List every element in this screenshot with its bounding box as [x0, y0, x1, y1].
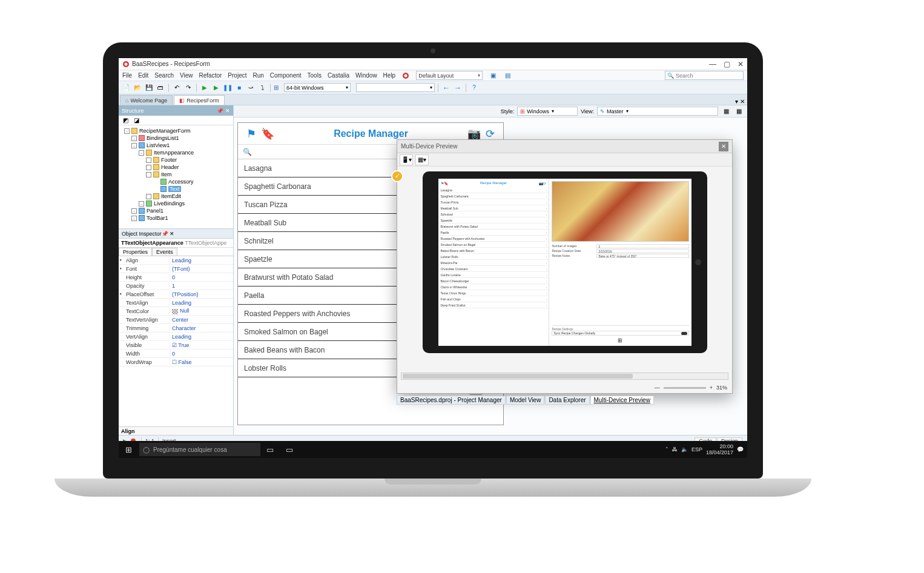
tray-vol-icon[interactable]: 🔈	[681, 446, 688, 452]
preview-window[interactable]: Multi-Device Preview ✕ 📱▾ ▦▾ ⚑🔖Recipe Ma…	[397, 139, 733, 394]
property-row[interactable]: TextAlignLeading	[119, 299, 233, 307]
menu-help[interactable]: Help	[383, 72, 396, 79]
preview-close-button[interactable]: ✕	[719, 142, 728, 151]
property-row[interactable]: Height0	[119, 273, 233, 282]
property-row[interactable]: Width0	[119, 349, 233, 358]
style-combo[interactable]: ⊞Windows	[517, 107, 578, 116]
tray-clock[interactable]: 20:0018/04/2017	[706, 443, 733, 455]
tray-net-icon[interactable]: 🖧	[672, 446, 678, 452]
menu-refactor[interactable]: Refactor	[199, 72, 222, 79]
tray-lang[interactable]: ESP	[691, 446, 702, 452]
menu-castalia[interactable]: Castalia	[328, 72, 349, 79]
property-row[interactable]: TrimmingCharacter	[119, 324, 233, 333]
minimize-button[interactable]: —	[709, 60, 716, 68]
property-row[interactable]: WordWrap☐ False	[119, 358, 233, 366]
menu-file[interactable]: File	[122, 72, 132, 79]
menu-search[interactable]: Search	[154, 72, 174, 79]
open-icon[interactable]: 📂	[133, 83, 142, 93]
saveall-icon[interactable]: 🗃	[156, 83, 165, 93]
property-row[interactable]: Font(TFont)	[119, 265, 233, 273]
tab-data-explorer[interactable]: Data Explorer	[545, 396, 589, 405]
property-row[interactable]: TextColorNull	[119, 307, 233, 316]
preview-device-btn[interactable]: 📱▾	[400, 154, 413, 165]
redo-icon[interactable]: ↷	[183, 83, 193, 93]
cortana-search[interactable]: ◯ Pregúntame cualquier cosa	[139, 443, 260, 456]
new-icon[interactable]: 📄	[121, 83, 131, 93]
menu-view[interactable]: View	[180, 72, 193, 79]
tab-properties[interactable]: Properties	[119, 248, 152, 256]
tab-close-icon[interactable]: ▾ ✕	[733, 98, 747, 105]
menu-edit[interactable]: Edit	[138, 72, 148, 79]
property-row[interactable]: Opacity1	[119, 282, 233, 290]
start-button[interactable]: ⊞	[119, 441, 138, 458]
undo-icon[interactable]: ↶	[172, 83, 182, 93]
tree-node[interactable]: -RecipeManagerForm	[120, 127, 232, 134]
tree-node[interactable]: Item	[120, 171, 232, 178]
menu-component[interactable]: Component	[270, 72, 302, 79]
view-btn2[interactable]: ▦	[734, 107, 744, 116]
tab-multi-device[interactable]: Multi-Device Preview	[590, 396, 654, 405]
tab-form[interactable]: ◧RecipesForm	[174, 95, 225, 105]
property-row[interactable]: VertAlignLeading	[119, 333, 233, 341]
menu-run[interactable]: Run	[252, 72, 263, 79]
tree-node[interactable]: -ItemAppearance	[120, 149, 232, 156]
tray-notif-icon[interactable]: 💬	[737, 446, 744, 452]
property-row[interactable]: AlignLeading	[119, 256, 233, 265]
property-row[interactable]: Visible☑ True	[119, 341, 233, 349]
tree-node[interactable]: Accessory	[120, 178, 232, 185]
struct-btn1[interactable]: ◩	[120, 116, 130, 125]
preview-zoom[interactable]: —+31%	[655, 385, 727, 391]
tree-node[interactable]: Text	[120, 185, 232, 193]
step-over-icon[interactable]: ⤻	[246, 83, 256, 93]
layout-combo[interactable]: Default Layout	[416, 71, 483, 80]
tree-node[interactable]: -BindingsList1	[120, 134, 232, 142]
tree-node[interactable]: Footer	[120, 156, 232, 164]
property-row[interactable]: TextVertAlignCenter	[119, 316, 233, 324]
tab-model-view[interactable]: Model View	[506, 396, 545, 405]
bookmark-icon[interactable]: 🔖	[261, 127, 274, 141]
tab-project-manager[interactable]: BaaSRecipes.dproj - Project Manager	[397, 396, 506, 405]
device-combo[interactable]	[356, 83, 435, 92]
tree-node[interactable]: Header	[120, 164, 232, 171]
maximize-button[interactable]: ▢	[724, 60, 730, 68]
pause-icon[interactable]: ❚❚	[223, 83, 233, 93]
run-icon[interactable]: ▶	[200, 83, 210, 93]
tab-welcome[interactable]: ⌂Welcome Page	[120, 95, 173, 105]
tree-node[interactable]: ItemEdit	[120, 193, 232, 200]
menu-window[interactable]: Window	[355, 72, 377, 79]
close-button[interactable]: ✕	[738, 60, 744, 68]
layout-delete-icon[interactable]: ▤	[503, 71, 512, 80]
view-btn1[interactable]: ▦	[721, 107, 731, 116]
layout-save-icon[interactable]: ▣	[489, 71, 497, 80]
tab-events[interactable]: Events	[152, 248, 177, 256]
structure-tree[interactable]: -RecipeManagerForm-BindingsList1-ListVie…	[119, 125, 233, 228]
app-taskbar-icon[interactable]: ▭	[280, 441, 299, 458]
platform-combo[interactable]: 64-bit Windows	[284, 83, 351, 92]
menu-project[interactable]: Project	[228, 72, 246, 79]
stop-icon[interactable]: ■	[234, 83, 244, 93]
tree-node[interactable]: -Panel1	[120, 207, 232, 214]
preview-grid-btn[interactable]: ▦▾	[415, 154, 429, 165]
tray-up-icon[interactable]: ˄	[665, 446, 668, 452]
forward-icon[interactable]: →	[453, 83, 463, 93]
property-grid[interactable]: AlignLeadingFont(TFont)Height0Opacity1Pl…	[119, 256, 233, 426]
inspector-pin-icon[interactable]: 📌 ✕	[162, 231, 175, 237]
menu-tools[interactable]: Tools	[308, 72, 322, 79]
refresh-icon[interactable]: ⟳	[486, 127, 495, 141]
step-into-icon[interactable]: ⤵	[257, 83, 267, 93]
help-icon[interactable]: ?	[469, 83, 479, 93]
camera-icon[interactable]: 📷	[467, 127, 481, 141]
taskview-icon[interactable]: ▭	[260, 441, 280, 458]
run-nodebug-icon[interactable]: ▶	[211, 83, 221, 93]
pin-icon[interactable]: 📌 ✕	[217, 108, 230, 114]
back-icon[interactable]: ←	[441, 83, 451, 93]
inspector-object[interactable]: TTextObjectAppearance TTextObjectAppe	[119, 239, 233, 248]
tree-node[interactable]: -LiveBindings	[120, 200, 232, 207]
property-row[interactable]: PlaceOffset(TPosition)	[119, 290, 233, 299]
preview-scrollbar[interactable]	[401, 373, 728, 380]
ide-search-input[interactable]: 🔍 Search	[665, 71, 744, 80]
struct-btn2[interactable]: ◪	[131, 116, 141, 125]
save-icon[interactable]: 💾	[144, 83, 154, 93]
tree-node[interactable]: -ListView1	[120, 142, 232, 149]
view-combo[interactable]: ✎Master	[597, 107, 718, 116]
